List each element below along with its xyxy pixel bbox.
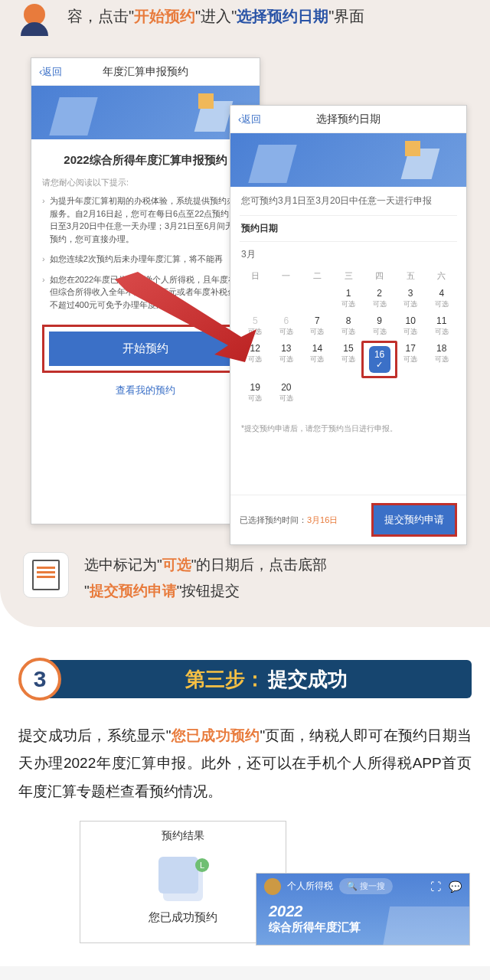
calendar-day[interactable]: 12可选 — [240, 340, 271, 379]
calendar-note: *提交预约申请后，请您于预约当日进行申报。 — [240, 407, 457, 442]
calendar-day[interactable]: 2可选 — [364, 285, 395, 312]
left-bullet-2: 如您连续2次预约后未办理年度汇算，将不能再 — [42, 253, 249, 266]
calendar-day[interactable]: 20可选 — [271, 379, 302, 407]
calendar-day[interactable]: 15可选 — [333, 340, 364, 379]
step-description: 提交成功后，系统显示"您已成功预约"页面，纳税人即可在预约日期当天办理2022年… — [18, 722, 472, 805]
submit-reservation-button[interactable]: 提交预约申请 — [371, 503, 457, 537]
banner-right — [230, 133, 466, 187]
phone-screenshot-app-home: 个人所得税 🔍 搜一搜 ⛶ 💬 2022 综合所得年度汇算 — [256, 873, 470, 946]
search-input[interactable]: 🔍 搜一搜 — [339, 878, 393, 894]
calendar-day[interactable]: 17可选 — [395, 340, 426, 379]
app-logo-icon — [264, 878, 281, 895]
result-success-text: 您已成功预约 — [80, 910, 286, 925]
scan-icon[interactable]: ⛶ — [430, 880, 441, 893]
calendar-day[interactable]: 18可选 — [426, 340, 457, 379]
result-title: 预约结果 — [80, 822, 286, 851]
app-name: 个人所得税 — [287, 880, 333, 893]
calendar-day[interactable]: 13可选 — [271, 340, 302, 379]
calendar-day[interactable]: 6可选 — [271, 312, 302, 340]
calendar-day-selected[interactable]: 16✓ — [364, 340, 395, 379]
highlight-box-start: 开始预约 — [42, 325, 249, 373]
calendar-section-title: 预约日期 — [240, 215, 457, 242]
intro-text: 容，点击"开始预约"进入"选择预约日期"界面 — [67, 4, 364, 28]
calendar-success-icon: L — [163, 864, 203, 901]
calendar-day[interactable]: 19可选 — [240, 379, 271, 407]
calendar-day[interactable]: 10可选 — [395, 312, 426, 340]
nav-title-left: 年度汇算申报预约 — [103, 65, 188, 79]
selected-date-label: 已选择预约时间：3月16日 — [240, 514, 338, 526]
start-reservation-button[interactable]: 开始预约 — [49, 332, 242, 366]
instruction-text: 选中标记为"可选"的日期后，点击底部 "提交预约申请"按钮提交 — [84, 552, 328, 604]
calendar-day[interactable]: 14可选 — [302, 340, 333, 379]
message-icon[interactable]: 💬 — [449, 880, 462, 893]
calendar-weekdays: 日 一 二 三 四 五 六 — [240, 267, 457, 285]
nav-title-right: 选择预约日期 — [316, 113, 381, 126]
left-bullet-1: 为提升年度汇算初期的办税体验，系统提供预约办税服务。自2月16日起，您可在每日6… — [42, 194, 249, 245]
document-icon — [23, 552, 69, 598]
calendar-day[interactable]: 4可选 — [426, 285, 457, 312]
left-bullet-3: 如您在2022年度已依法预缴个人所得税，且年度补税但综合所得收入全年不超过12万… — [42, 273, 249, 312]
step-title: 第三步：提交成功 — [46, 660, 472, 698]
left-heading: 2022综合所得年度汇算申报预约 — [42, 153, 249, 168]
calendar-info: 您可预约3月1日至3月20日中任意一天进行申报 — [240, 187, 457, 215]
calendar-day[interactable]: 9可选 — [364, 312, 395, 340]
step-number: 3 — [18, 658, 61, 701]
banner-left — [31, 86, 260, 139]
left-tip-label: 请您耐心阅读以下提示: — [42, 177, 249, 188]
calendar-month: 3月 — [240, 242, 457, 267]
calendar-day[interactable]: 7可选 — [302, 312, 333, 340]
calendar-day[interactable]: 8可选 — [333, 312, 364, 340]
back-button-left[interactable]: ‹返回 — [39, 65, 62, 79]
calendar-day[interactable]: 5可选 — [240, 312, 271, 340]
person-icon — [15, 4, 54, 42]
calendar-day[interactable]: 3可选 — [395, 285, 426, 312]
step-header: 3 第三步：提交成功 — [18, 658, 472, 701]
view-my-reservation-link[interactable]: 查看我的预约 — [42, 384, 249, 397]
calendar-day[interactable]: 1可选 — [333, 285, 364, 312]
phone-screenshot-reservation: ‹返回 年度汇算申报预约 2022综合所得年度汇算申报预约 请您耐心阅读以下提示… — [31, 57, 260, 524]
phone-screenshot-calendar: ‹返回 选择预约日期 您可预约3月1日至3月20日中任意一天进行申报 预约日期 … — [230, 105, 467, 545]
back-button-right[interactable]: ‹返回 — [238, 113, 261, 126]
calendar-day[interactable]: 11可选 — [426, 312, 457, 340]
